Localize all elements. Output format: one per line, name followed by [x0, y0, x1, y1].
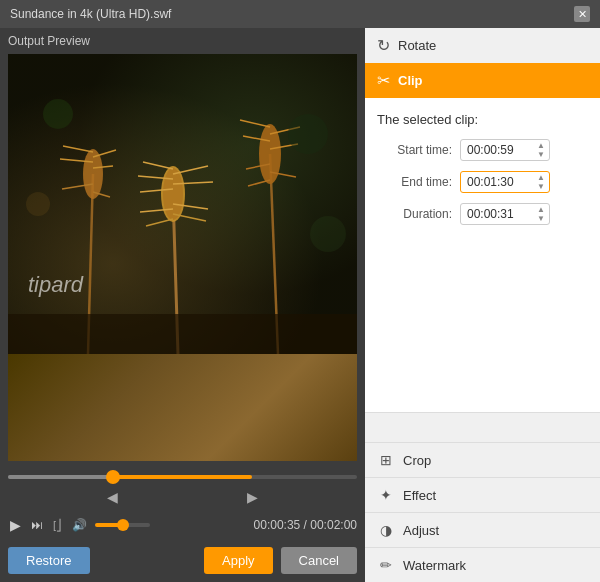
- title-bar: Sundance in 4k (Ultra HD).swf ✕: [0, 0, 600, 28]
- step-forward-button[interactable]: ⏭: [29, 516, 45, 534]
- crop-icon: ⊞: [377, 452, 395, 468]
- crop-label: Crop: [403, 453, 431, 468]
- duration-down[interactable]: ▼: [534, 214, 548, 223]
- right-buttons: Apply Cancel: [204, 547, 357, 574]
- sidebar-item-effect[interactable]: ✦ Effect: [365, 477, 600, 512]
- rotate-row[interactable]: ↻ Rotate: [365, 28, 600, 63]
- watermark-icon: ✏: [377, 557, 395, 573]
- adjust-label: Adjust: [403, 523, 439, 538]
- duration-spinners: ▲ ▼: [534, 205, 548, 223]
- time-display: 00:00:35 / 00:02:00: [254, 518, 357, 532]
- svg-point-34: [26, 192, 50, 216]
- rotate-label: Rotate: [398, 38, 436, 53]
- rotate-icon: ↻: [377, 36, 390, 55]
- effect-label: Effect: [403, 488, 436, 503]
- progress-track[interactable]: [8, 475, 357, 479]
- start-time-down[interactable]: ▼: [534, 150, 548, 159]
- progress-filled: [8, 475, 113, 479]
- restore-button[interactable]: Restore: [8, 547, 90, 574]
- clip-icon: ✂: [377, 71, 390, 90]
- clip-label: Clip: [398, 73, 423, 88]
- output-preview-label: Output Preview: [0, 28, 365, 54]
- svg-point-32: [43, 99, 73, 129]
- cancel-button[interactable]: Cancel: [281, 547, 357, 574]
- end-time-wrap: ▲ ▼: [460, 171, 550, 193]
- video-scene: [8, 54, 357, 354]
- watermark-label: Watermark: [403, 558, 466, 573]
- sidebar-item-watermark[interactable]: ✏ Watermark: [365, 547, 600, 582]
- duration-row: Duration: ▲ ▼: [377, 203, 588, 225]
- sidebar-item-adjust[interactable]: ◑ Adjust: [365, 512, 600, 547]
- duration-up[interactable]: ▲: [534, 205, 548, 214]
- start-time-spinners: ▲ ▼: [534, 141, 548, 159]
- svg-point-23: [259, 124, 281, 184]
- apply-button[interactable]: Apply: [204, 547, 273, 574]
- end-time-spinners: ▲ ▼: [534, 173, 548, 191]
- video-watermark: tipard: [28, 272, 83, 298]
- right-panel: ↻ Rotate ✂ Clip The selected clip: Start…: [365, 28, 600, 582]
- clip-trim-button[interactable]: [⎦: [51, 517, 64, 534]
- start-time-wrap: ▲ ▼: [460, 139, 550, 161]
- timeline-area: ◀ ▶: [0, 461, 365, 511]
- volume-button[interactable]: 🔊: [70, 516, 89, 534]
- duration-label: Duration:: [377, 207, 452, 221]
- clip-settings-title: The selected clip:: [377, 112, 588, 127]
- clip-settings: The selected clip: Start time: ▲ ▼ End t…: [365, 98, 600, 412]
- clip-marker-left[interactable]: ◀: [107, 489, 118, 505]
- video-placeholder: tipard: [8, 54, 357, 461]
- controls-row: ▶ ⏭ [⎦ 🔊 00:00:35 / 00:02:00: [0, 511, 365, 539]
- bottom-bar: Restore Apply Cancel: [0, 539, 365, 582]
- start-time-label: Start time:: [377, 143, 452, 157]
- close-button[interactable]: ✕: [574, 6, 590, 22]
- start-time-row: Start time: ▲ ▼: [377, 139, 588, 161]
- start-time-up[interactable]: ▲: [534, 141, 548, 150]
- end-time-up[interactable]: ▲: [534, 173, 548, 182]
- clip-range: [113, 475, 253, 479]
- svg-rect-31: [8, 314, 357, 354]
- main-container: Output Preview: [0, 28, 600, 582]
- adjust-icon: ◑: [377, 522, 395, 538]
- svg-point-33: [288, 114, 328, 154]
- end-time-down[interactable]: ▼: [534, 182, 548, 191]
- effect-icon: ✦: [377, 487, 395, 503]
- clip-marker-right[interactable]: ▶: [247, 489, 258, 505]
- svg-point-4: [163, 168, 183, 220]
- end-time-row: End time: ▲ ▼: [377, 171, 588, 193]
- volume-slider[interactable]: [95, 523, 150, 527]
- svg-point-35: [310, 216, 346, 252]
- play-button[interactable]: ▶: [8, 515, 23, 535]
- duration-wrap: ▲ ▼: [460, 203, 550, 225]
- clip-row[interactable]: ✂ Clip: [365, 63, 600, 98]
- progress-bar-container[interactable]: [8, 469, 357, 485]
- spacer: [365, 412, 600, 442]
- video-container: tipard: [8, 54, 357, 461]
- window-title: Sundance in 4k (Ultra HD).swf: [10, 7, 171, 21]
- left-panel: Output Preview: [0, 28, 365, 582]
- sidebar-item-crop[interactable]: ⊞ Crop: [365, 442, 600, 477]
- clip-markers: ◀ ▶: [8, 489, 357, 505]
- end-time-label: End time:: [377, 175, 452, 189]
- progress-thumb[interactable]: [106, 470, 120, 484]
